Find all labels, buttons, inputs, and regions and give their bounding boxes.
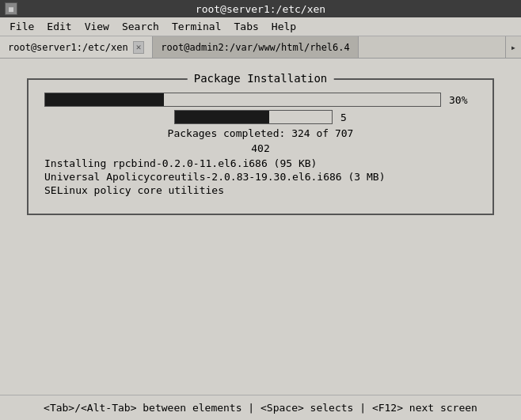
install-line2: Universal Apolicycoreutils-2.0.83-19.30.… [44,171,477,183]
number-display: 402 [44,142,477,154]
hint-bar: <Tab>/<Alt-Tab> between elements | <Spac… [0,395,521,420]
menu-edit[interactable]: Edit [40,19,78,34]
window-icon[interactable]: ■ [5,2,17,15]
main-progress-bar-outer [44,93,441,107]
main-progress-row: 30% [44,93,477,107]
tab-server1[interactable]: root@server1:/etc/xen ✕ [0,36,153,58]
content-area: Package Installation 30% 5 Packages comp… [0,59,521,420]
tab-server1-close[interactable]: ✕ [133,41,145,54]
tab-bar: root@server1:/etc/xen ✕ root@admin2:/var… [0,36,521,59]
menu-bar: File Edit View Search Terminal Tabs Help [0,17,521,36]
install-line3: SELinux policy core utilities [44,184,477,196]
sub-progress-bar-outer [174,110,333,124]
tab-admin2-label: root@admin2:/var/www/html/rhel6.4 [161,42,349,53]
title-bar: ■ root@server1:/etc/xen [0,0,521,17]
menu-terminal[interactable]: Terminal [165,19,228,34]
install-line1: Installing rpcbind-0.2.0-11.el6.i686 (95… [44,157,477,169]
menu-file[interactable]: File [3,19,40,34]
package-installation-title: Package Installation [188,72,334,85]
package-installation-box: Package Installation 30% 5 Packages comp… [27,78,494,215]
sub-progress-label: 5 [340,112,347,123]
packages-completed-text: Packages completed: 324 of 707 [44,127,477,139]
menu-tabs[interactable]: Tabs [228,19,265,34]
menu-search[interactable]: Search [116,19,165,34]
window-title: root@server1:/etc/xen [196,3,325,15]
menu-view[interactable]: View [78,19,116,34]
sub-progress-row: 5 [44,110,477,124]
main-progress-bar-inner [45,93,164,106]
main-progress-label: 30% [449,94,477,106]
tab-overflow[interactable]: ▸ [505,36,521,58]
tab-server1-label: root@server1:/etc/xen [8,42,128,53]
tab-admin2[interactable]: root@admin2:/var/www/html/rhel6.4 [153,36,358,58]
hint-text: <Tab>/<Alt-Tab> between elements | <Spac… [44,402,477,414]
sub-progress-bar-inner [175,111,269,123]
menu-help[interactable]: Help [265,19,302,34]
